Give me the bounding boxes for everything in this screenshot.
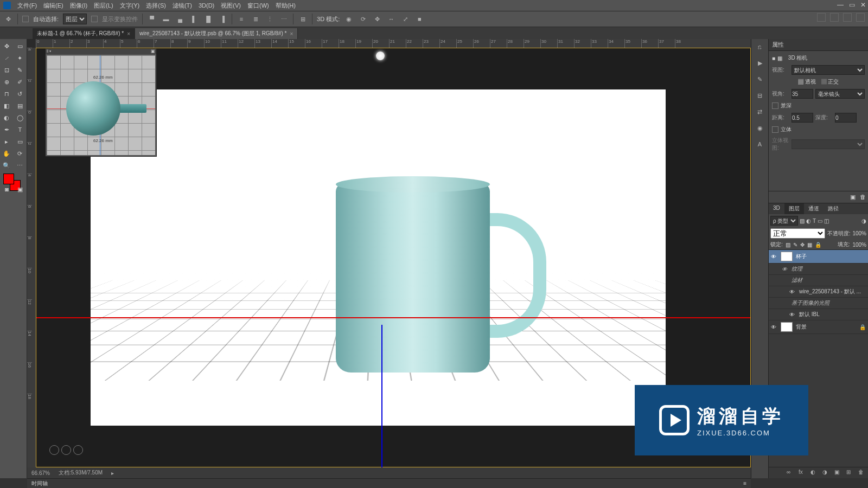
visibility-icon[interactable]: 👁 [771, 254, 777, 260]
char-panel-icon[interactable]: ⇄ [755, 106, 765, 117]
align-right-icon[interactable]: ▐ [218, 14, 227, 24]
layer-diffuse-header[interactable]: 滤材 [769, 275, 868, 286]
delete-icon[interactable]: 🗑 [858, 469, 866, 477]
distance-input[interactable] [792, 113, 813, 123]
filter-type-icon[interactable]: T [813, 218, 816, 224]
ortho-btn[interactable]: ▥ 正交 [821, 78, 839, 86]
workspace-icon[interactable] [817, 13, 826, 22]
wand-tool[interactable]: ✦ [14, 52, 27, 64]
auto-select-target[interactable]: 图层 [63, 14, 87, 24]
fov-input[interactable] [792, 89, 813, 99]
eyedropper-tool[interactable]: ✎ [14, 64, 27, 76]
layer-ibl-header[interactable]: 基于图像的光照 [769, 298, 868, 309]
orbit-icon[interactable]: ◉ [344, 14, 354, 24]
lock-all-icon[interactable]: 🔒 [815, 242, 821, 248]
quickmask-tool[interactable]: ◙ [0, 183, 14, 195]
layer-thumb[interactable] [781, 252, 793, 261]
layer-thumb[interactable] [781, 322, 793, 332]
ruler-vertical[interactable]: 42024681012141618 [27, 48, 36, 467]
menu-3d[interactable]: 3D(D) [199, 2, 214, 9]
dolly-widget-icon[interactable] [73, 445, 83, 455]
view-select[interactable]: 默认相机 [792, 65, 865, 75]
lock-nest-icon[interactable]: ▦ [807, 242, 812, 248]
actions-panel-icon[interactable]: ▶ [755, 57, 765, 68]
search-icon[interactable] [830, 13, 839, 22]
brush-panel-icon[interactable]: ✎ [755, 74, 765, 85]
perspective-btn[interactable]: ▦ 透视 [798, 78, 816, 86]
opacity-value[interactable]: 100% [852, 230, 866, 236]
link-icon[interactable]: ∞ [787, 469, 794, 477]
screenmode-tool[interactable]: ▣ [14, 183, 27, 195]
gradient-tool[interactable]: ▤ [14, 100, 27, 112]
pan-widget-icon[interactable] [61, 445, 71, 455]
guide-vertical[interactable] [381, 325, 382, 477]
document-tab-1[interactable]: 未标题-1 @ 66.7% (杯子, RGB/8#) * × [33, 28, 135, 39]
menu-type[interactable]: 文字(Y) [120, 2, 140, 10]
lock-pos-icon[interactable]: ✥ [800, 242, 805, 248]
move-tool-icon[interactable]: ✥ [3, 14, 13, 24]
timeline-panel[interactable]: 时间轴 ≡ [27, 478, 751, 488]
shape-tool[interactable]: ▭ [14, 136, 27, 147]
fx-icon[interactable]: fx [799, 469, 806, 477]
align-top-icon[interactable]: ▀ [147, 14, 157, 24]
ruler-horizontal[interactable]: 0123456789101112131415161718192021222324… [36, 39, 751, 48]
heal-tool[interactable]: ⊕ [0, 76, 14, 88]
status-more-icon[interactable]: ▸ [111, 470, 114, 476]
align-vcenter-icon[interactable]: ▬ [161, 14, 171, 24]
marquee-tool[interactable]: ▭ [14, 40, 27, 52]
menu-filter[interactable]: 滤镜(T) [173, 2, 192, 10]
rotate-view-tool[interactable]: ⟳ [14, 147, 27, 159]
camera-icon[interactable]: ■ [414, 14, 424, 24]
show-transform-checkbox[interactable] [91, 16, 98, 22]
arrange-icon[interactable] [843, 13, 852, 22]
new-layer-icon[interactable]: ⊞ [846, 469, 854, 477]
dof-checkbox[interactable] [772, 102, 778, 109]
visibility-icon[interactable]: 👁 [789, 312, 796, 318]
filter-shape-icon[interactable]: ▭ [818, 218, 822, 224]
brush-tool[interactable]: ✐ [14, 76, 27, 88]
roll-icon[interactable]: ⟳ [358, 14, 368, 24]
auto-align-icon[interactable]: ⊞ [298, 14, 308, 24]
stamp-tool[interactable]: ⊓ [0, 88, 14, 100]
align-bottom-icon[interactable]: ▄ [175, 14, 185, 24]
menu-select[interactable]: 选择(S) [146, 2, 166, 10]
layer-texture-group[interactable]: 👁 纹理 [769, 264, 868, 275]
stereo-checkbox[interactable] [772, 126, 778, 133]
layer-cup[interactable]: 👁 杯子 [769, 250, 868, 264]
filter-smart-icon[interactable]: ◫ [824, 218, 829, 224]
tab-3d[interactable]: 3D [769, 203, 784, 214]
menu-image[interactable]: 图像(I) [70, 2, 87, 10]
swatch-panel-icon[interactable]: ◉ [755, 123, 765, 133]
layer-background[interactable]: 👁 背景 🔒 [769, 320, 868, 334]
filter-type[interactable]: ρ 类型 [770, 216, 798, 226]
sv-handle-icon[interactable]: ⦀ ▾ [47, 49, 51, 54]
path-select-tool[interactable]: ▸ [0, 136, 14, 147]
filter-adjust-icon[interactable]: ◐ [806, 218, 811, 224]
trash-icon[interactable]: 🗑 [860, 194, 866, 201]
auto-select-checkbox[interactable] [22, 16, 29, 22]
visibility-icon[interactable]: 👁 [771, 324, 777, 330]
pen-tool[interactable]: ✒ [0, 124, 14, 136]
guide-horizontal[interactable] [36, 317, 750, 318]
slide-icon[interactable]: ↔ [386, 14, 396, 24]
distribute-3-icon[interactable]: ⋮ [265, 14, 275, 24]
menu-window[interactable]: 窗口(W) [247, 2, 269, 10]
layer-default-ibl[interactable]: 👁 默认 IBL [769, 309, 868, 320]
zoom-value[interactable]: 66.67% [31, 470, 50, 476]
zoom-tool[interactable]: 🔍 [0, 159, 14, 171]
lock-pixel-icon[interactable]: ✎ [793, 242, 797, 248]
lasso-tool[interactable]: ⟋ [0, 52, 14, 64]
adjust-icon[interactable]: ◑ [822, 469, 830, 477]
sv-close-icon[interactable]: ▣ [151, 49, 155, 54]
zoom3d-icon[interactable]: ⤢ [400, 14, 410, 24]
blend-mode[interactable]: 正常 [770, 228, 825, 239]
tab-close-icon[interactable]: × [290, 31, 293, 37]
align-left-icon[interactable]: ▌ [189, 14, 199, 24]
hand-tool[interactable]: ✋ [0, 147, 14, 159]
blur-tool[interactable]: ◐ [0, 112, 14, 124]
timeline-menu-icon[interactable]: ≡ [743, 480, 746, 486]
render-icon[interactable]: ▣ [850, 194, 856, 201]
edit-toolbar[interactable]: ⋯ [14, 159, 27, 171]
menu-view[interactable]: 视图(V) [221, 2, 241, 10]
visibility-icon[interactable]: 👁 [789, 289, 796, 295]
